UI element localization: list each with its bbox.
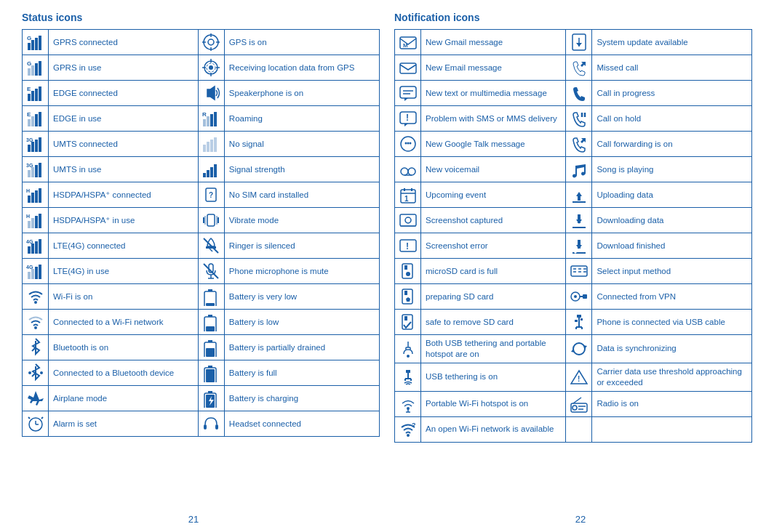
voicemail-icon	[395, 157, 421, 182]
svg-rect-35	[207, 116, 210, 126]
system-update-label: System update available	[592, 30, 752, 55]
svg-point-103	[28, 371, 31, 374]
svg-point-17	[209, 65, 213, 70]
gmail-icon: M	[395, 30, 421, 55]
signal-strength-icon	[198, 157, 224, 182]
signal-strength-label: Signal strength	[224, 157, 379, 182]
usb-tethering-hotspot-label: Both USB tethering and portable hotspot …	[421, 335, 566, 363]
airplane-mode-icon	[23, 386, 49, 411]
svg-point-94	[34, 326, 37, 329]
svg-line-115	[41, 417, 43, 419]
svg-rect-50	[35, 165, 38, 177]
hsdpa-connected-label: HSDPA/HSPA⁺ connected	[49, 182, 199, 208]
call-hold-label: Call on hold	[592, 106, 752, 132]
umts-connected-icon: 3G	[23, 132, 49, 157]
speakerphone-icon	[198, 81, 224, 106]
gtalk-icon	[395, 132, 421, 157]
sms-problem-icon: !	[395, 106, 421, 132]
svg-rect-142	[578, 196, 580, 201]
svg-rect-46	[214, 137, 217, 152]
svg-rect-74	[28, 246, 31, 254]
svg-rect-97	[206, 326, 215, 331]
sms-problem-label: Problem with SMS or MMS delivery	[421, 106, 566, 132]
notification-icons-title: Notification icons	[394, 12, 752, 23]
edge-use-icon: E	[23, 106, 49, 132]
missed-call-label: Missed call	[592, 55, 752, 81]
alarm-label: Alarm is set	[49, 411, 199, 437]
email-label: New Email message	[421, 55, 566, 81]
svg-rect-26	[35, 89, 38, 101]
svg-rect-3	[35, 38, 38, 50]
svg-point-6	[208, 39, 214, 45]
page-footer: 21 22	[0, 509, 774, 532]
usb-connected-label: Phone is connected via USB cable	[592, 310, 752, 335]
song-playing-icon	[566, 157, 592, 182]
svg-text:H: H	[26, 188, 30, 193]
battery-full-label: Battery is full	[224, 360, 379, 386]
bluetooth-on-label: Bluetooth is on	[49, 335, 199, 360]
downloading-icon	[566, 208, 592, 233]
table-row: New text or multimedia message Call in p…	[395, 81, 752, 106]
svg-point-90	[34, 301, 37, 304]
svg-text:1: 1	[404, 195, 409, 203]
event-icon: 1	[395, 182, 421, 208]
table-row: Alarm is set Headset connected	[23, 411, 380, 437]
sd-full-icon	[395, 259, 421, 284]
syncing-icon	[566, 335, 592, 363]
svg-rect-84	[35, 267, 38, 279]
hsdpa-use-label: HSDPA/HSPA⁺ in use	[49, 208, 199, 233]
umts-connected-label: UMTS connected	[49, 132, 199, 157]
usb-tethering-icon	[395, 363, 421, 391]
battery-full-icon	[198, 360, 224, 386]
call-progress-label: Call in progress	[592, 81, 752, 106]
svg-rect-60	[39, 188, 41, 203]
battery-charging-label: Battery is charging	[224, 386, 379, 411]
downloading-label: Downloading data	[592, 208, 752, 233]
svg-rect-167	[583, 294, 587, 299]
carrier-threshold-label: Carrier data use threshold approaching o…	[592, 363, 752, 391]
vibrate-label: Vibrate mode	[224, 208, 379, 233]
svg-rect-65	[31, 218, 34, 228]
umts-use-label: UMTS in use	[49, 157, 199, 182]
ringer-silenced-icon	[198, 233, 224, 259]
svg-rect-83	[31, 269, 34, 279]
gprs-connected-icon: G	[23, 30, 49, 55]
svg-rect-117	[215, 424, 218, 430]
table-row: 4G LTE(4G) connected	[23, 233, 380, 259]
svg-text:!: !	[406, 241, 409, 251]
gps-on-label: GPS is on	[224, 30, 379, 55]
table-row: Both USB tethering and portable hotspot …	[395, 335, 752, 363]
svg-text:E: E	[27, 86, 31, 92]
battery-partial-label: Battery is partially drained	[224, 335, 379, 360]
missed-call-icon	[566, 55, 592, 81]
radio-on-label: Radio is on	[592, 391, 752, 416]
table-row: USB tethering is on ! Carrier data use t…	[395, 363, 752, 391]
wifi-on-label: Wi-Fi is on	[49, 284, 199, 310]
no-signal-icon	[198, 132, 224, 157]
svg-rect-13	[31, 65, 34, 76]
svg-rect-49	[31, 167, 34, 177]
download-finished-label: Download finished	[592, 233, 752, 259]
svg-rect-44	[207, 142, 210, 152]
radio-on-icon	[566, 391, 592, 416]
table-row: 3G UMTS in use Signa	[23, 157, 380, 182]
svg-rect-77	[39, 239, 41, 254]
gps-on-icon	[198, 30, 224, 55]
no-signal-label: No signal	[224, 132, 379, 157]
svg-text:!: !	[406, 113, 409, 123]
svg-rect-170	[404, 316, 407, 321]
battery-very-low-icon	[198, 284, 224, 310]
wifi-hotspot-label: Portable Wi-Fi hotspot is on	[421, 391, 566, 416]
lte-connected-icon: 4G	[23, 233, 49, 259]
table-row: ! Screenshot error Download finished	[395, 233, 752, 259]
svg-rect-122	[400, 63, 416, 73]
left-page-number: 21	[188, 514, 199, 525]
svg-rect-106	[208, 366, 212, 368]
hsdpa-use-icon: H	[23, 208, 49, 233]
table-row: 1 Upcoming event Uploading data	[395, 182, 752, 208]
svg-rect-147	[578, 214, 580, 223]
svg-rect-164	[404, 291, 407, 295]
svg-rect-42	[39, 137, 41, 152]
svg-rect-14	[35, 63, 38, 76]
svg-text:G: G	[27, 60, 31, 67]
